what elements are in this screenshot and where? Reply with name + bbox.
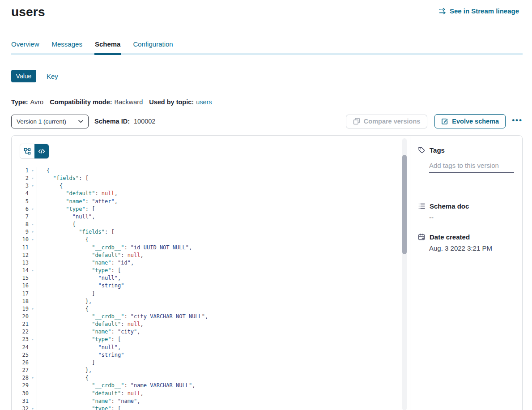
code-text[interactable]: "name": "city", bbox=[37, 328, 140, 336]
token-s: "city VARCHAR NOT NULL" bbox=[131, 313, 205, 320]
token-k: "default" bbox=[92, 390, 121, 397]
token-p: , bbox=[192, 382, 195, 389]
editor-scrollbar-thumb[interactable] bbox=[402, 155, 407, 254]
editor-view-toggle bbox=[20, 144, 49, 159]
fold-toggle-icon[interactable]: ▾ bbox=[29, 182, 37, 190]
tab-overview[interactable]: Overview bbox=[11, 40, 39, 53]
code-text[interactable]: { bbox=[37, 374, 89, 382]
tab-messages[interactable]: Messages bbox=[52, 40, 82, 53]
code-text[interactable]: }, bbox=[37, 298, 92, 305]
fold-toggle-icon[interactable]: ▾ bbox=[29, 228, 37, 236]
code-text[interactable]: "name": "id", bbox=[37, 259, 134, 267]
code-text[interactable]: { bbox=[37, 305, 89, 313]
token-p: , bbox=[189, 244, 192, 251]
code-line: 1▾{ bbox=[12, 167, 402, 175]
code-text[interactable]: "fields": [ bbox=[37, 228, 115, 236]
code-text[interactable]: "string" bbox=[37, 351, 124, 359]
fold-toggle-icon[interactable]: ▾ bbox=[29, 236, 37, 243]
compare-icon bbox=[353, 118, 360, 125]
more-actions-icon[interactable]: ••• bbox=[512, 116, 523, 127]
code-text[interactable]: { bbox=[37, 167, 50, 175]
token-p: , bbox=[140, 321, 144, 327]
stream-lineage-link[interactable]: See in Stream lineage bbox=[439, 7, 519, 15]
editor-scrollbar-track[interactable] bbox=[402, 138, 407, 410]
code-text[interactable]: "default": null, bbox=[37, 190, 118, 197]
token-p: : bbox=[121, 321, 127, 327]
code-text[interactable]: "default": null, bbox=[37, 390, 144, 397]
list-icon bbox=[418, 202, 426, 210]
key-toggle-button[interactable]: Key bbox=[47, 73, 58, 80]
code-text[interactable]: "__crdb__": "name VARCHAR NULL", bbox=[37, 382, 195, 389]
code-text[interactable]: { bbox=[37, 182, 63, 190]
code-text[interactable]: "type": [ bbox=[37, 267, 121, 274]
token-s: "null" bbox=[98, 344, 118, 350]
fold-toggle-icon[interactable]: ▾ bbox=[29, 267, 37, 274]
stream-lineage-label: See in Stream lineage bbox=[450, 7, 519, 15]
fold-toggle-icon[interactable]: ▾ bbox=[29, 175, 37, 182]
code-text[interactable]: "string" bbox=[37, 282, 124, 290]
token-p: ] bbox=[47, 290, 95, 297]
code-text[interactable]: ] bbox=[37, 290, 95, 298]
calendar-plus-icon bbox=[418, 233, 426, 241]
add-tags-input[interactable] bbox=[429, 162, 514, 173]
type-value: Avro bbox=[30, 98, 44, 106]
code-text[interactable]: "__crdb__": "city VARCHAR NOT NULL", bbox=[37, 313, 208, 320]
value-toggle-button[interactable]: Value bbox=[11, 70, 36, 82]
code-text[interactable]: "type": [ bbox=[37, 336, 121, 343]
code-line: 4 "default": null, bbox=[12, 190, 402, 197]
compatibility-field: Compatibility mode: Backward bbox=[50, 98, 143, 106]
token-k: "fields" bbox=[79, 229, 105, 235]
code-text[interactable]: "null", bbox=[37, 344, 121, 351]
code-text[interactable]: "type": [ bbox=[37, 205, 95, 213]
code-text[interactable]: ] bbox=[37, 359, 95, 367]
tree-view-button[interactable] bbox=[20, 144, 34, 158]
fold-toggle-icon[interactable]: ▾ bbox=[29, 167, 37, 175]
version-select[interactable]: Version 1 (current) bbox=[11, 115, 89, 128]
code-line: 22 "name": "city", bbox=[12, 328, 402, 336]
tab-configuration[interactable]: Configuration bbox=[133, 40, 173, 53]
code-text[interactable]: { bbox=[37, 221, 76, 228]
code-text[interactable]: "__crdb__": "id UUID NOT NULL", bbox=[37, 244, 192, 252]
compare-versions-button[interactable]: Compare versions bbox=[346, 115, 428, 128]
code-text[interactable]: { bbox=[37, 236, 89, 243]
fold-toggle-icon[interactable]: ▾ bbox=[29, 221, 37, 228]
schema-id-label: Schema ID: bbox=[94, 118, 130, 125]
fold-spacer bbox=[29, 328, 37, 336]
topic-link[interactable]: users bbox=[196, 98, 212, 106]
code-text[interactable]: "fields": [ bbox=[37, 175, 89, 182]
fold-spacer bbox=[29, 213, 37, 221]
line-number: 14 bbox=[12, 267, 29, 274]
code-text[interactable]: "name": "after", bbox=[37, 198, 118, 205]
token-p: : bbox=[111, 398, 118, 404]
code-line: 30 "default": null, bbox=[12, 390, 402, 397]
code-view-button[interactable] bbox=[34, 144, 49, 158]
code-text[interactable]: "default": null, bbox=[37, 320, 144, 328]
date-created-section: Date created Aug. 3 2022 3:21 PM bbox=[418, 233, 514, 252]
code-line: 8▾ { bbox=[12, 221, 402, 228]
code-text[interactable]: }, bbox=[37, 367, 92, 374]
tab-schema[interactable]: Schema bbox=[95, 40, 121, 53]
fold-toggle-icon[interactable]: ▾ bbox=[29, 205, 37, 213]
line-number: 5 bbox=[12, 198, 29, 205]
code-line: 26 ] bbox=[12, 359, 402, 367]
fold-toggle-icon[interactable]: ▾ bbox=[29, 336, 37, 343]
code-text[interactable]: "default": null, bbox=[37, 252, 144, 259]
fold-spacer bbox=[29, 313, 37, 320]
fold-toggle-icon[interactable]: ▾ bbox=[29, 305, 37, 313]
line-number: 17 bbox=[12, 290, 29, 298]
code-text[interactable]: "type": [ bbox=[37, 405, 121, 410]
evolve-schema-button[interactable]: Evolve schema bbox=[434, 114, 506, 128]
token-s: "string" bbox=[98, 352, 124, 358]
code-line: 10▾ { bbox=[12, 236, 402, 243]
code-text[interactable]: "name": "name", bbox=[37, 397, 140, 405]
code-line: 14▾ "type": [ bbox=[12, 267, 402, 274]
line-number: 6 bbox=[12, 205, 29, 213]
line-number: 31 bbox=[12, 397, 29, 405]
fold-toggle-icon[interactable]: ▾ bbox=[29, 405, 37, 410]
schema-doc-section: Schema doc -- bbox=[418, 202, 514, 221]
schema-doc-value: -- bbox=[429, 214, 514, 221]
code-text[interactable]: "null", bbox=[37, 213, 95, 221]
fold-toggle-icon[interactable]: ▾ bbox=[29, 374, 37, 382]
code-line: 27 }, bbox=[12, 367, 402, 374]
code-text[interactable]: "null", bbox=[37, 274, 121, 282]
